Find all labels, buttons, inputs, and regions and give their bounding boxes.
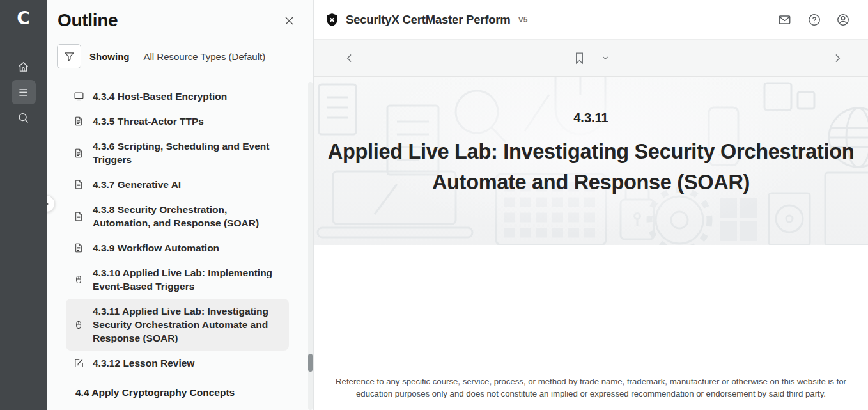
outline-panel-title: Outline	[58, 10, 118, 31]
account-button[interactable]	[835, 12, 851, 28]
outline-scrollbar[interactable]	[308, 82, 313, 410]
bookmark-button[interactable]	[571, 49, 587, 67]
lesson-banner: 4.3.11 Applied Live Lab: Investigating S…	[314, 77, 868, 245]
document-icon	[74, 116, 84, 127]
outline-item[interactable]: 4.3.9 Workflow Automation	[66, 235, 289, 260]
outline-item[interactable]: 4.3.7 Generative AI	[66, 172, 289, 197]
filter-value: All Resource Types (Default)	[144, 51, 266, 62]
monitor-icon	[74, 91, 84, 102]
outline-item[interactable]: 4.3.10 Applied Live Lab: Implementing Ev…	[66, 260, 289, 299]
filter-showing-label: Showing	[89, 51, 130, 62]
home-button[interactable]	[12, 54, 36, 79]
previous-page-button[interactable]	[342, 51, 357, 66]
document-icon	[74, 179, 84, 190]
bookmark-menu-button[interactable]	[600, 52, 611, 64]
document-icon	[74, 242, 84, 253]
close-outline-button[interactable]	[281, 12, 298, 29]
bookmark-controls	[571, 49, 611, 67]
rail-nav	[0, 54, 47, 130]
outline-scrollbar-thumb[interactable]	[308, 354, 313, 372]
outline-button[interactable]	[12, 80, 36, 104]
mouse-icon	[74, 274, 84, 285]
brand: SecurityX CertMaster Perform v5	[325, 12, 527, 28]
filter-funnel-icon	[63, 51, 75, 63]
outline-item[interactable]: 4.3.6 Scripting, Scheduling and Event Tr…	[66, 134, 289, 172]
main-area: SecurityX CertMaster Perform v5	[314, 0, 868, 410]
close-icon	[283, 15, 295, 27]
securityx-shield-icon	[325, 12, 339, 28]
outline-list-icon	[17, 86, 30, 99]
filter-row: Showing All Resource Types (Default)	[57, 44, 313, 68]
chevron-right-icon	[831, 52, 844, 65]
outline-item-label: 4.3.10 Applied Live Lab: Implementing Ev…	[93, 266, 281, 293]
filter-button[interactable]	[57, 44, 81, 68]
disclaimer-text: Reference to any specific course, servic…	[336, 376, 847, 400]
main-header: SecurityX CertMaster Perform v5	[314, 0, 868, 39]
outline-item-label: 4.3.9 Workflow Automation	[93, 241, 219, 255]
lesson-toolbar	[314, 39, 868, 77]
search-button[interactable]	[12, 106, 36, 130]
chevron-left-icon	[343, 52, 356, 65]
outline-item[interactable]: 4.3.4 Host-Based Encryption	[66, 84, 289, 109]
edit-icon	[74, 358, 84, 368]
bookmark-icon	[573, 51, 586, 65]
outline-panel: Outline Showing All Resource Types (Defa…	[47, 0, 314, 410]
outline-item-label: 4.3.5 Threat-Actor TTPs	[93, 114, 204, 128]
left-rail: C	[0, 0, 47, 410]
help-button[interactable]	[806, 12, 823, 28]
header-actions	[775, 12, 851, 28]
outline-item[interactable]: 4.3.5 Threat-Actor TTPs	[66, 109, 289, 134]
lesson-number: 4.3.11	[314, 111, 868, 125]
outline-item-label: 4.3.8 Security Orchestration, Automation…	[93, 203, 281, 230]
search-icon	[17, 111, 30, 125]
next-page-button[interactable]	[830, 51, 845, 66]
home-icon	[17, 60, 30, 74]
outline-item-label: 4.3.4 Host-Based Encryption	[93, 90, 227, 103]
outline-list: 4.3.4 Host-Based Encryption 4.3.5 Threat…	[47, 84, 313, 404]
mail-icon	[777, 13, 793, 27]
outline-item-label: 4.3.7 Generative AI	[93, 178, 181, 191]
outline-section-4-4[interactable]: 4.4 Apply Cryptography Concepts	[75, 382, 289, 404]
account-icon	[836, 13, 850, 27]
outline-item[interactable]: 4.3.8 Security Orchestration, Automation…	[66, 197, 289, 235]
course-title: SecurityX CertMaster Perform	[346, 13, 511, 27]
document-icon	[74, 211, 84, 222]
outline-item-label: 4.3.11 Applied Live Lab: Investigating S…	[93, 304, 281, 345]
outline-item-label: 4.3.12 Lesson Review	[93, 356, 194, 370]
outline-item-label: 4.3.6 Scripting, Scheduling and Event Tr…	[93, 139, 281, 166]
outline-item[interactable]: 4.3.12 Lesson Review	[66, 351, 289, 375]
mouse-icon	[74, 319, 84, 331]
outline-item-selected[interactable]: 4.3.11 Applied Live Lab: Investigating S…	[66, 299, 289, 351]
comptia-logo[interactable]: C	[11, 8, 36, 29]
messages-button[interactable]	[775, 12, 794, 28]
course-version: v5	[518, 15, 528, 24]
lesson-body: Reference to any specific course, servic…	[314, 245, 868, 410]
help-icon	[807, 13, 821, 27]
lesson-title: Applied Live Lab: Investigating Security…	[314, 136, 868, 198]
document-icon	[74, 148, 84, 159]
chevron-down-icon	[601, 54, 610, 63]
